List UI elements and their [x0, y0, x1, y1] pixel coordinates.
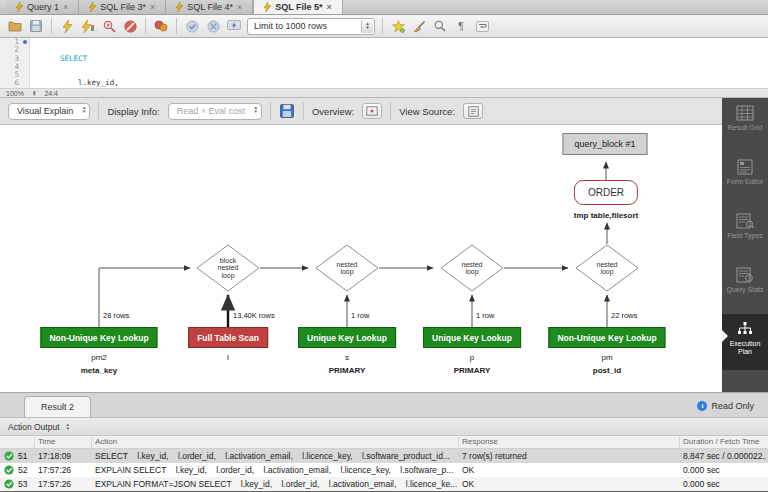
- tab-sql-file-4[interactable]: SQL File 4* ×: [166, 0, 253, 14]
- table-alias: s: [345, 353, 349, 362]
- dropdown-arrows-icon: ▲▼: [253, 106, 257, 114]
- index-name: PRIMARY: [454, 366, 491, 375]
- order-note: tmp table,filesort: [574, 211, 638, 220]
- column-header-action[interactable]: Action: [95, 437, 117, 446]
- execute-statement-icon[interactable]: [80, 18, 96, 34]
- display-info-dropdown[interactable]: Read + Eval cost ▲▼: [168, 103, 262, 120]
- tab-label: Query 1: [27, 2, 59, 12]
- cleanup-icon[interactable]: [411, 18, 427, 34]
- commit-icon[interactable]: [184, 18, 200, 34]
- column-header-time[interactable]: Time: [38, 437, 55, 446]
- success-icon: [4, 479, 14, 491]
- lightning-icon: [16, 2, 23, 12]
- code-line: SELECT: [60, 55, 768, 63]
- tab-label: SQL File 3*: [100, 2, 146, 12]
- action-output-title: Action Output: [8, 422, 60, 432]
- close-icon[interactable]: ×: [327, 3, 332, 12]
- stop-on-error-icon[interactable]: [153, 18, 169, 34]
- tab-result-2[interactable]: Result 2: [24, 396, 91, 417]
- row-count-label: 22 rows: [611, 311, 637, 320]
- stop-query-icon[interactable]: [122, 18, 138, 34]
- result-view-sidebar: Result Grid Form Editor Field Types Quer…: [722, 98, 768, 400]
- close-icon[interactable]: ×: [237, 3, 242, 12]
- open-file-icon[interactable]: [7, 18, 23, 34]
- table-alias: l: [227, 353, 229, 362]
- cursor-position: 24:4: [44, 90, 58, 97]
- statement-marker-icon: [23, 40, 27, 44]
- sql-code-area[interactable]: SELECT l.key_id, l.order_id, l.activatio…: [30, 38, 768, 88]
- tab-sql-file-5[interactable]: SQL File 5* ×: [253, 0, 343, 14]
- sidebar-item-execution-plan[interactable]: Execution Plan: [722, 314, 768, 370]
- overview-label: Overview:: [312, 106, 354, 117]
- order-node[interactable]: ORDER: [574, 180, 638, 205]
- log-row[interactable]: 51 17:18:09 SELECT l.key_id, l.order_id,…: [0, 449, 768, 463]
- tab-query-1[interactable]: Query 1 ×: [6, 0, 79, 14]
- table-node-unique-key-lookup[interactable]: Unique Key Lookup: [298, 327, 396, 348]
- log-action: EXPLAIN SELECT l.key_id, l.order_id, l.a…: [95, 465, 457, 475]
- read-only-badge: i Read Only: [697, 393, 754, 419]
- show-invisibles-icon[interactable]: ¶: [453, 18, 469, 34]
- join-node-nested-loop[interactable]: nested loop: [315, 244, 379, 292]
- save-icon[interactable]: [28, 18, 44, 34]
- zoom-stepper-icon[interactable]: ▲▼: [32, 90, 36, 97]
- sidebar-item-query-stats[interactable]: Query Stats: [722, 260, 768, 314]
- sidebar-item-form-editor[interactable]: Form Editor: [722, 152, 768, 206]
- log-duration: 8.847 sec / 0.000022...: [683, 451, 766, 461]
- row-count-label: 1 row: [476, 311, 494, 320]
- sql-editor-toolbar: Limit to 1000 rows ▲▼ ¶: [0, 15, 768, 38]
- log-duration: 0.000 sec: [683, 479, 766, 489]
- execute-script-icon[interactable]: [59, 18, 75, 34]
- tab-sql-file-3[interactable]: SQL File 3* ×: [79, 0, 166, 14]
- index-name: PRIMARY: [329, 366, 366, 375]
- panel-stepper-icon[interactable]: ▲▼: [66, 423, 70, 430]
- view-source-button[interactable]: [463, 103, 483, 119]
- log-row[interactable]: 52 17:57:26 EXPLAIN SELECT l.key_id, l.o…: [0, 463, 768, 477]
- dropdown-stepper-icon: ▲▼: [361, 20, 373, 33]
- query-stats-icon: [736, 267, 754, 283]
- table-alias: pm: [601, 353, 612, 362]
- tab-label: SQL File 4*: [187, 2, 233, 12]
- find-icon[interactable]: [432, 18, 448, 34]
- log-id: 53: [18, 479, 27, 489]
- column-header-response[interactable]: Response: [462, 437, 498, 446]
- table-node-unique-key-lookup[interactable]: Unique Key Lookup: [423, 327, 521, 348]
- action-output-header[interactable]: Action Output ▲▼: [0, 418, 768, 436]
- explain-toolbar: Visual Explain ▲▼ Display Info: Read + E…: [0, 98, 768, 125]
- divider: [98, 102, 99, 120]
- explain-query-icon[interactable]: [101, 18, 117, 34]
- toggle-autocommit-icon[interactable]: [226, 18, 242, 34]
- sidebar-item-field-types[interactable]: Field Types: [722, 206, 768, 260]
- explain-mode-dropdown[interactable]: Visual Explain ▲▼: [8, 103, 90, 120]
- execution-plan-canvas[interactable]: query_block #1 ORDER tmp table,filesort …: [0, 125, 768, 392]
- rollback-icon[interactable]: [205, 18, 221, 34]
- limit-rows-dropdown[interactable]: Limit to 1000 rows ▲▼: [247, 18, 375, 35]
- wrap-text-icon[interactable]: [474, 18, 490, 34]
- join-node-block-nested-loop[interactable]: block nested loop: [196, 244, 260, 292]
- result-grid-icon: [736, 105, 754, 121]
- sql-editor[interactable]: 1 2 3 4 5 6 SELECT l.key_id, l.order_id,…: [0, 38, 768, 88]
- editor-status-bar: 100% ▲▼ 24:4: [0, 88, 768, 98]
- view-source-label: View Source:: [399, 106, 455, 117]
- table-node-non-unique-key-lookup[interactable]: Non-Unique Key Lookup: [548, 327, 665, 348]
- join-node-nested-loop[interactable]: nested loop: [440, 244, 504, 292]
- join-node-nested-loop[interactable]: nested loop: [575, 244, 639, 292]
- close-icon[interactable]: ×: [150, 3, 155, 12]
- overview-button[interactable]: [362, 103, 382, 119]
- code-line: l.key_id,: [60, 79, 768, 87]
- divider: [51, 18, 52, 34]
- column-header-duration[interactable]: Duration / Fetch Time: [683, 437, 759, 446]
- query-block-node[interactable]: query_block #1: [562, 133, 647, 155]
- log-response: 7 row(s) returned: [462, 451, 678, 461]
- row-count-label: 1 row: [351, 311, 369, 320]
- table-node-full-table-scan[interactable]: Full Table Scan: [188, 327, 268, 348]
- sidebar-item-result-grid[interactable]: Result Grid: [722, 98, 768, 152]
- close-icon[interactable]: ×: [63, 3, 68, 12]
- log-row[interactable]: 53 17:57:26 EXPLAIN FORMAT=JSON SELECT l…: [0, 477, 768, 491]
- save-image-icon[interactable]: [279, 103, 295, 119]
- editor-gutter: 1 2 3 4 5 6: [0, 38, 30, 88]
- success-icon: [4, 451, 14, 463]
- log-response: OK: [462, 465, 678, 475]
- log-time: 17:57:26: [38, 479, 71, 489]
- table-node-non-unique-key-lookup[interactable]: Non-Unique Key Lookup: [40, 327, 157, 348]
- beautify-icon[interactable]: [390, 18, 406, 34]
